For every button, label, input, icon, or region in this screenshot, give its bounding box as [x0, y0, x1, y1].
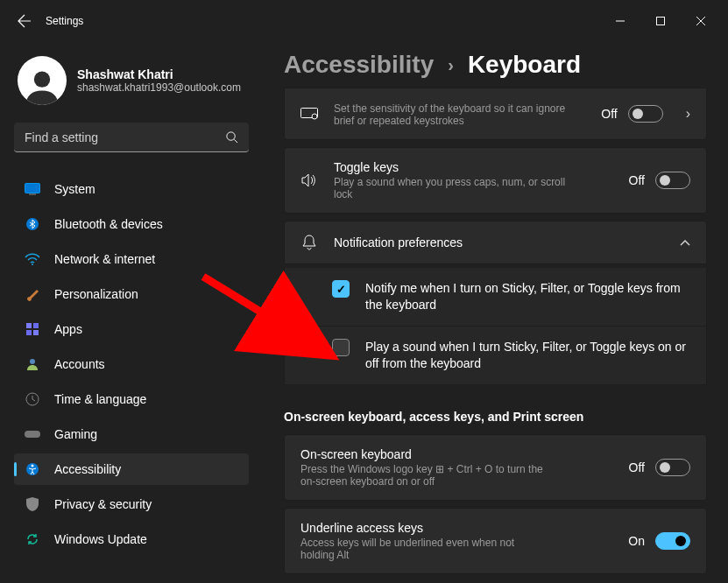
sidebar-item-privacy[interactable]: Privacy & security: [14, 488, 249, 520]
accounts-icon: [25, 356, 40, 372]
breadcrumb: Accessibility › Keyboard: [284, 51, 707, 79]
toggle-keys-toggle[interactable]: [655, 172, 690, 189]
gaming-icon: [25, 426, 40, 442]
close-button[interactable]: [681, 7, 721, 35]
notify-label: Notify me when I turn on Sticky, Filter,…: [365, 280, 690, 313]
content-pane: Accessibility › Keyboard Set the sensiti…: [263, 44, 728, 583]
apps-icon: [25, 321, 40, 337]
user-name: Shashwat Khatri: [77, 67, 241, 81]
page-title: Keyboard: [468, 51, 581, 79]
toggle-keys-desc: Play a sound when you press caps, num, o…: [334, 176, 579, 200]
sidebar-item-bluetooth[interactable]: Bluetooth & devices: [14, 208, 249, 240]
title-bar: Settings: [0, 0, 728, 42]
user-email: shashwat.khatri1993@outlook.com: [77, 81, 241, 94]
search-input[interactable]: [25, 130, 225, 144]
user-profile[interactable]: Shashwat Khatri shashwat.khatri1993@outl…: [18, 56, 249, 105]
back-arrow-icon: [18, 14, 32, 28]
update-icon: [25, 531, 40, 547]
search-icon: [225, 130, 238, 144]
bell-icon: [300, 234, 318, 251]
filter-keys-desc: Set the sensitivity of the keyboard so i…: [334, 102, 579, 127]
osk-toggle[interactable]: [655, 459, 690, 476]
back-button[interactable]: [7, 4, 42, 39]
sidebar-item-label: Accounts: [54, 357, 105, 371]
osk-desc: Press the Windows logo key ⊞ + Ctrl + O …: [300, 463, 546, 488]
svg-point-15: [32, 465, 34, 467]
underline-desc: Access keys will be underlined even when…: [300, 537, 546, 561]
sidebar-item-network[interactable]: Network & internet: [14, 243, 249, 275]
svg-point-6: [32, 263, 33, 265]
sidebar-item-apps[interactable]: Apps: [14, 313, 249, 345]
keyboard-filter-icon: [300, 105, 318, 123]
minimize-button[interactable]: [600, 7, 640, 35]
osk-state: Off: [629, 460, 645, 474]
search-box[interactable]: [14, 123, 249, 152]
chevron-right-icon: ›: [448, 55, 454, 75]
sidebar-item-label: Network & internet: [54, 252, 155, 266]
maximize-button[interactable]: [640, 7, 681, 35]
sidebar-item-label: Accessibility: [54, 462, 121, 476]
sidebar-item-label: System: [54, 182, 95, 196]
toggle-keys-title: Toggle keys: [334, 160, 613, 174]
window-controls: [600, 7, 721, 35]
notify-option-row[interactable]: Notify me when I turn on Sticky, Filter,…: [284, 268, 707, 327]
minimize-icon: [616, 17, 625, 25]
svg-rect-3: [25, 184, 40, 193]
filter-keys-card[interactable]: Set the sensitivity of the keyboard so i…: [284, 88, 707, 140]
svg-point-17: [312, 114, 317, 119]
play-sound-label: Play a sound when I turn Sticky, Filter,…: [365, 339, 690, 372]
chevron-up-icon: [680, 235, 690, 250]
svg-rect-7: [26, 323, 32, 328]
brush-icon: [25, 286, 40, 302]
svg-rect-0: [657, 18, 665, 25]
svg-point-2: [227, 132, 235, 140]
sidebar-item-label: Windows Update: [54, 532, 147, 546]
filter-keys-state: Off: [601, 107, 617, 121]
notification-preferences-header[interactable]: Notification preferences: [284, 221, 707, 264]
sidebar-item-time-language[interactable]: Time & language: [14, 383, 249, 415]
svg-rect-13: [25, 431, 40, 438]
nav-list: System Bluetooth & devices Network & int…: [14, 173, 249, 555]
breadcrumb-parent[interactable]: Accessibility: [284, 51, 434, 79]
underline-toggle[interactable]: [655, 532, 690, 550]
sidebar-item-label: Apps: [54, 322, 82, 336]
clock-icon: [25, 391, 40, 407]
speaker-icon: [300, 172, 318, 189]
sidebar-item-windows-update[interactable]: Windows Update: [14, 523, 249, 555]
sidebar-item-personalization[interactable]: Personalization: [14, 278, 249, 310]
close-icon: [696, 17, 705, 25]
filter-keys-toggle[interactable]: [628, 105, 663, 123]
chevron-right-icon: ›: [686, 106, 690, 122]
toggle-keys-state: Off: [629, 173, 645, 187]
sidebar-item-accessibility[interactable]: Accessibility: [14, 453, 249, 485]
toggle-keys-card[interactable]: Toggle keys Play a sound when you press …: [284, 147, 707, 214]
svg-point-1: [34, 72, 50, 88]
sidebar-item-gaming[interactable]: Gaming: [14, 418, 249, 450]
svg-rect-4: [29, 193, 36, 195]
person-icon: [23, 67, 61, 105]
sidebar-item-system[interactable]: System: [14, 173, 249, 205]
shield-icon: [25, 496, 40, 512]
sidebar-item-label: Privacy & security: [54, 497, 152, 511]
section-heading: On-screen keyboard, access keys, and Pri…: [284, 410, 707, 424]
svg-rect-9: [26, 330, 32, 335]
accessibility-icon: [25, 461, 40, 477]
system-icon: [25, 181, 40, 197]
svg-point-11: [30, 359, 35, 364]
sidebar-item-label: Bluetooth & devices: [54, 217, 163, 231]
maximize-icon: [656, 17, 665, 25]
underline-title: Underline access keys: [300, 521, 612, 535]
wifi-icon: [25, 251, 40, 267]
bluetooth-icon: [25, 216, 40, 232]
sidebar-item-label: Time & language: [54, 392, 146, 406]
sidebar-item-label: Personalization: [54, 287, 138, 301]
on-screen-keyboard-card[interactable]: On-screen keyboard Press the Windows log…: [284, 434, 707, 501]
play-sound-option-row[interactable]: Play a sound when I turn Sticky, Filter,…: [284, 327, 707, 385]
sidebar-item-accounts[interactable]: Accounts: [14, 348, 249, 380]
navigation-pane: Shashwat Khatri shashwat.khatri1993@outl…: [0, 42, 263, 583]
underline-access-keys-card[interactable]: Underline access keys Access keys will b…: [284, 508, 707, 574]
avatar: [18, 56, 67, 105]
underline-state: On: [628, 534, 645, 548]
play-sound-checkbox[interactable]: [332, 339, 350, 356]
notify-checkbox[interactable]: [332, 280, 350, 298]
